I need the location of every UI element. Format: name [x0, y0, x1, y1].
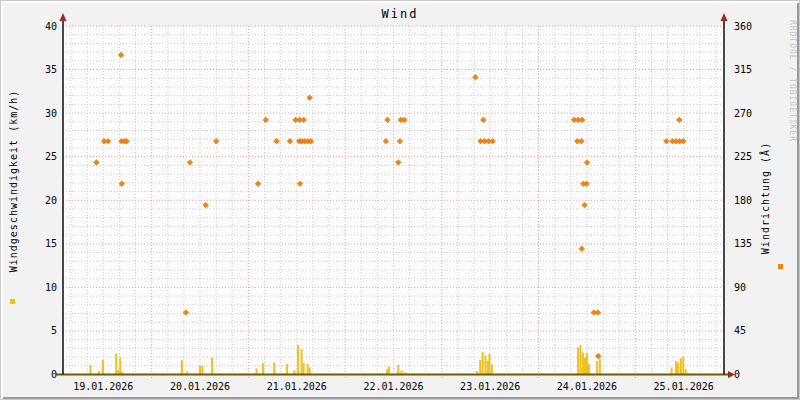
wind-speed-bar	[580, 345, 582, 375]
date-tick-label: 21.01.2026	[267, 381, 327, 392]
wind-speed-bar	[675, 361, 677, 375]
wind-speed-bar	[588, 364, 590, 374]
right-axis-tick-label: 0	[734, 369, 740, 380]
left-axis-tick-label: 25	[45, 151, 57, 162]
left-axis-tick-label: 15	[45, 238, 57, 249]
wind-speed-bar	[388, 367, 390, 375]
date-tick-label: 22.01.2026	[363, 381, 423, 392]
chart-title: Wind	[1, 7, 799, 21]
wind-speed-bar	[586, 353, 588, 375]
wind-speed-bar	[181, 360, 183, 374]
date-tick-label: 23.01.2026	[460, 381, 520, 392]
wind-speed-bar	[297, 345, 299, 375]
date-tick-label: 19.01.2026	[73, 381, 133, 392]
right-axis-tick-label: 90	[734, 282, 746, 293]
wind-speed-bar	[199, 365, 201, 374]
wind-speed-bar	[211, 358, 213, 375]
right-axis-tick-label: 360	[734, 21, 752, 32]
rrdtool-watermark: RRDTOOL / TOBIOETIKER	[788, 20, 797, 142]
wind-speed-bar	[671, 368, 673, 375]
wind-speed-bar	[201, 366, 203, 375]
date-tick-label: 20.01.2026	[170, 381, 230, 392]
wind-speed-bar	[309, 368, 311, 375]
wind-speed-bar	[479, 360, 481, 375]
right-axis-tick-label: 135	[734, 238, 752, 249]
plot-area: 0510152025303540045901351802252703153601…	[1, 1, 800, 400]
right-axis-tick-label: 270	[734, 108, 752, 119]
left-axis-tick-label: 30	[45, 108, 57, 119]
date-tick-label: 25.01.2026	[654, 381, 714, 392]
right-axis-tick-label: 180	[734, 195, 752, 206]
wind-speed-bar	[119, 358, 121, 375]
rrd-wind-graph: 0510152025303540045901351802252703153601…	[0, 0, 800, 400]
wind-speed-bar	[599, 359, 601, 374]
wind-speed-bar	[577, 347, 579, 374]
wind-speed-bar	[262, 363, 264, 374]
wind-speed-bar	[582, 353, 584, 375]
left-axis-tick-label: 5	[51, 325, 57, 336]
wind-speed-bar	[115, 354, 117, 375]
wind-speed-bar	[307, 364, 309, 374]
wind-speed-bar	[301, 349, 303, 374]
right-axis-tick-label: 315	[734, 64, 752, 75]
wind-speed-bar	[584, 358, 586, 375]
wind-speed-bar	[273, 363, 275, 375]
wind-speed-bar	[680, 358, 682, 374]
wind-speed-bar	[682, 357, 684, 375]
right-axis-title: Windrichtung (Å)	[760, 142, 771, 254]
wind-speed-bar	[677, 363, 679, 375]
right-axis-tick-label: 225	[734, 151, 752, 162]
wind-speed-bar	[491, 364, 493, 374]
wind-speed-bar	[596, 361, 598, 375]
wind-speed-bar	[102, 360, 104, 374]
wind-speed-bar	[286, 364, 288, 374]
date-tick-label: 24.01.2026	[557, 381, 617, 392]
left-axis-tick-label: 10	[45, 282, 57, 293]
wind-speed-bar	[484, 355, 486, 374]
wind-speed-bar	[397, 365, 399, 375]
left-axis-tick-label: 20	[45, 195, 57, 206]
left-axis-tick-label: 0	[51, 369, 57, 380]
wind-speed-bar	[482, 352, 484, 375]
left-axis-title: Windgeschwindigkeit (km/h)	[8, 90, 19, 273]
wind-speed-bar	[89, 365, 91, 375]
left-axis-tick-label: 35	[45, 64, 57, 75]
wind-direction-legend-square-icon	[778, 264, 783, 269]
wind-speed-bar	[488, 354, 490, 375]
wind-speed-legend-square-icon	[10, 299, 15, 304]
left-axis-tick-label: 40	[45, 21, 57, 32]
wind-speed-bar	[303, 363, 305, 375]
right-axis-tick-label: 45	[734, 325, 746, 336]
